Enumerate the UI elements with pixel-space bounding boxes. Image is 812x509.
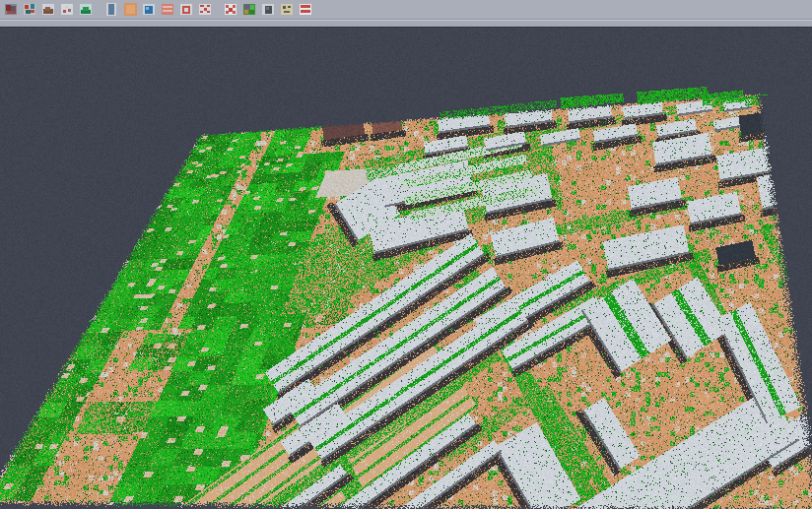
terrain-model-icon[interactable]: [41, 2, 56, 17]
viewport-3d[interactable]: [0, 28, 812, 509]
toolbar-group-gap: [215, 0, 222, 15]
ortho-view-icon[interactable]: [123, 2, 138, 17]
flag-annotation-icon[interactable]: [299, 2, 313, 17]
toolbar-group-gap: [96, 0, 102, 15]
globe-view-icon[interactable]: [142, 2, 157, 17]
layers-icon[interactable]: [161, 2, 175, 17]
import-data-icon[interactable]: [23, 2, 37, 17]
clip-region-icon[interactable]: [224, 2, 238, 17]
toolbar-handle-strip: [0, 20, 812, 28]
surface-model-icon[interactable]: [79, 2, 94, 17]
measure-tool-icon[interactable]: [280, 2, 295, 17]
app-window: [0, 0, 812, 509]
side-panel-icon[interactable]: [104, 2, 119, 17]
open-project-icon[interactable]: [4, 2, 19, 17]
classification-colors-icon[interactable]: [242, 2, 257, 17]
fit-selection-icon[interactable]: [198, 2, 213, 17]
point-markers-icon[interactable]: [60, 2, 75, 17]
shaded-sphere-icon[interactable]: [261, 2, 276, 17]
render-settings-icon[interactable]: [179, 2, 194, 17]
toolbar: [0, 0, 812, 20]
